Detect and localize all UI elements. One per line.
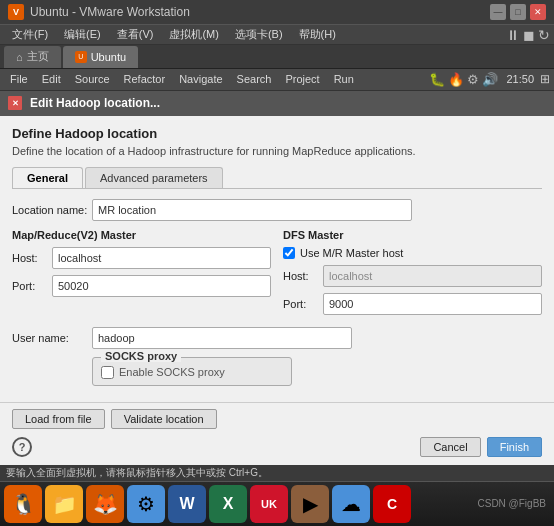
socks-proxy-box: SOCKS proxy Enable SOCKS proxy — [92, 357, 292, 386]
dialog-description: Define the location of a Hadoop infrastr… — [12, 145, 542, 157]
map-reduce-header: Map/Reduce(V2) Master — [12, 229, 271, 241]
tab-general[interactable]: General — [12, 167, 83, 188]
help-icon[interactable]: ? — [12, 437, 32, 457]
socks-legend: SOCKS proxy — [101, 350, 181, 362]
menu-vm[interactable]: 虚拟机(M) — [161, 25, 227, 44]
maximize-button[interactable]: □ — [510, 4, 526, 20]
home-tab-icon: ⌂ — [16, 51, 23, 63]
form-tabs: General Advanced parameters — [12, 167, 542, 189]
taskbar-files-icon[interactable]: 📁 — [45, 485, 83, 523]
toolbar-expand-icon[interactable]: ⊞ — [540, 72, 550, 86]
window-title: Ubuntu - VMware Workstation — [30, 5, 490, 19]
dialog-body: Define Hadoop location Define the locati… — [0, 116, 554, 402]
ide-menu-file[interactable]: File — [4, 71, 34, 87]
socks-enable-row: Enable SOCKS proxy — [101, 366, 283, 379]
socks-enable-label: Enable SOCKS proxy — [119, 366, 225, 378]
toolbar-stop-icon[interactable]: ◼ — [523, 27, 535, 43]
menu-edit[interactable]: 编辑(E) — [56, 25, 109, 44]
dfs-column: DFS Master Use M/R Master host Host: Por… — [283, 229, 542, 321]
taskbar-settings-icon[interactable]: ⚙ — [127, 485, 165, 523]
window-titlebar: V Ubuntu - VMware Workstation — □ ✕ — [0, 0, 554, 25]
use-mr-host-label: Use M/R Master host — [300, 247, 403, 259]
mr-host-input[interactable] — [52, 247, 271, 269]
taskbar-arrow-icon[interactable]: ▶ — [291, 485, 329, 523]
dfs-host-input[interactable] — [323, 265, 542, 287]
mr-port-row: Port: — [12, 275, 271, 297]
form-content: Location name: Map/Reduce(V2) Master Hos… — [12, 199, 542, 386]
status-text: 要输入全面到虚拟机，请将鼠标指针移入其中或按 Ctrl+G。 — [6, 466, 268, 480]
tab-home[interactable]: ⌂ 主页 — [4, 46, 61, 68]
menu-bar: 文件(F) 编辑(E) 查看(V) 虚拟机(M) 选项卡(B) 帮助(H) ⏸ … — [0, 25, 554, 45]
user-name-input[interactable] — [92, 327, 352, 349]
location-name-row: Location name: — [12, 199, 542, 221]
user-name-row: User name: — [12, 327, 542, 349]
ide-menu-run[interactable]: Run — [328, 71, 360, 87]
use-mr-host-checkbox[interactable] — [283, 247, 295, 259]
taskbar-excel-icon[interactable]: X — [209, 485, 247, 523]
ide-toolbar: File Edit Source Refactor Navigate Searc… — [0, 69, 554, 91]
socks-proxy-section: SOCKS proxy Enable SOCKS proxy — [92, 357, 292, 386]
menu-help[interactable]: 帮助(H) — [291, 25, 344, 44]
user-name-label: User name: — [12, 332, 92, 344]
dialog-header-error-icon: ✕ — [8, 96, 22, 110]
two-column-section: Map/Reduce(V2) Master Host: Port: DFS Ma… — [12, 229, 542, 321]
dialog-section-title: Define Hadoop location — [12, 126, 542, 141]
ubuntu-tab-icon: U — [75, 51, 87, 63]
ide-menu-refactor[interactable]: Refactor — [118, 71, 172, 87]
status-bar: 要输入全面到虚拟机，请将鼠标指针移入其中或按 Ctrl+G。 — [0, 465, 554, 481]
close-button[interactable]: ✕ — [530, 4, 546, 20]
window-controls: — □ ✕ — [490, 4, 546, 20]
validate-location-button[interactable]: Validate location — [111, 409, 217, 429]
socks-enable-checkbox[interactable] — [101, 366, 114, 379]
toolbar-config-icon[interactable]: ⚙ — [467, 72, 479, 87]
taskbar-uk-icon[interactable]: UK — [250, 485, 288, 523]
dialog-header: ✕ Edit Hadoop location... — [0, 91, 554, 116]
load-from-file-button[interactable]: Load from file — [12, 409, 105, 429]
mr-port-input[interactable] — [52, 275, 271, 297]
footer-row: ? Cancel Finish — [12, 437, 542, 457]
toolbar-debug-icon[interactable]: 🐛 — [429, 72, 445, 87]
ide-menu-source[interactable]: Source — [69, 71, 116, 87]
taskbar-cloud-icon[interactable]: ☁ — [332, 485, 370, 523]
taskbar-ubuntu-icon[interactable]: 🐧 — [4, 485, 42, 523]
ide-menu-search[interactable]: Search — [231, 71, 278, 87]
toolbar-fire-icon[interactable]: 🔥 — [448, 72, 464, 87]
use-mr-host-row: Use M/R Master host — [283, 247, 542, 259]
menu-file[interactable]: 文件(F) — [4, 25, 56, 44]
ide-menu-edit[interactable]: Edit — [36, 71, 67, 87]
dfs-port-label: Port: — [283, 298, 323, 310]
ubuntu-tab-label: Ubuntu — [91, 51, 126, 63]
cancel-button[interactable]: Cancel — [420, 437, 480, 457]
taskbar: 🐧 📁 🦊 ⚙ W X UK ▶ ☁ C CSDN @FigBB — [0, 481, 554, 526]
dfs-host-label: Host: — [283, 270, 323, 282]
dfs-header: DFS Master — [283, 229, 542, 241]
minimize-button[interactable]: — — [490, 4, 506, 20]
tabs-bar: ⌂ 主页 U Ubuntu — [0, 45, 554, 69]
taskbar-firefox-icon[interactable]: 🦊 — [86, 485, 124, 523]
finish-button[interactable]: Finish — [487, 437, 542, 457]
toolbar-sound-icon[interactable]: 🔊 — [482, 72, 498, 87]
toolbar-run-icon[interactable]: ⏸ — [506, 27, 520, 43]
tab-advanced[interactable]: Advanced parameters — [85, 167, 223, 188]
right-action-buttons: Cancel Finish — [420, 437, 542, 457]
dfs-port-row: Port: — [283, 293, 542, 315]
map-reduce-column: Map/Reduce(V2) Master Host: Port: — [12, 229, 271, 321]
mr-host-label: Host: — [12, 252, 52, 264]
mr-host-row: Host: — [12, 247, 271, 269]
ide-toolbar-icons: 🐛 🔥 ⚙ 🔊 — [429, 72, 498, 87]
left-action-buttons: Load from file Validate location — [12, 409, 542, 429]
taskbar-word-icon[interactable]: W — [168, 485, 206, 523]
tab-ubuntu[interactable]: U Ubuntu — [63, 46, 138, 68]
ide-menu-navigate[interactable]: Navigate — [173, 71, 228, 87]
menu-tabs[interactable]: 选项卡(B) — [227, 25, 291, 44]
ide-menu-project[interactable]: Project — [279, 71, 325, 87]
dfs-port-input[interactable] — [323, 293, 542, 315]
menu-view[interactable]: 查看(V) — [109, 25, 162, 44]
toolbar-time: 21:50 — [506, 73, 534, 85]
toolbar-refresh-icon[interactable]: ↻ — [538, 27, 550, 43]
taskbar-csdn-icon[interactable]: C — [373, 485, 411, 523]
window-app-icon: V — [8, 4, 24, 20]
location-name-input[interactable] — [92, 199, 412, 221]
watermark: CSDN @FigBB — [414, 498, 550, 509]
dfs-host-row: Host: — [283, 265, 542, 287]
